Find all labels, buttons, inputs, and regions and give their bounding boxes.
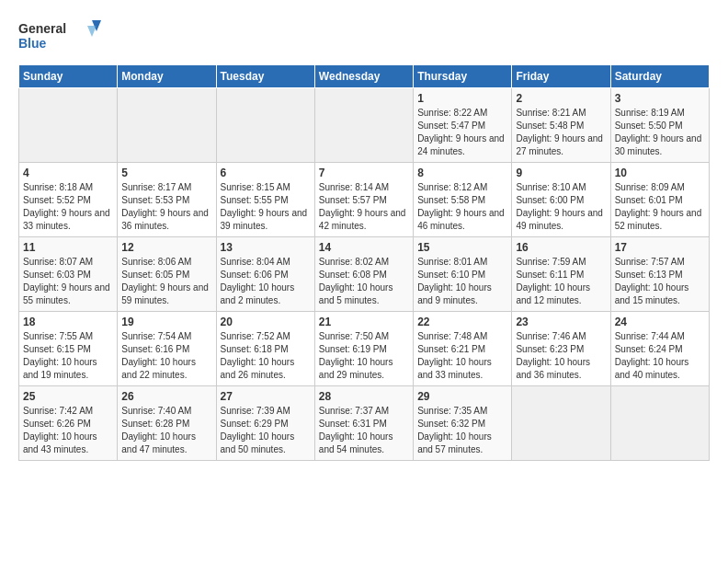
calendar-week-4: 18 Sunrise: 7:55 AMSunset: 6:15 PMDaylig… (19, 312, 710, 386)
cell-content: Sunrise: 8:09 AMSunset: 6:01 PMDaylight:… (615, 181, 705, 233)
cell-content: Sunrise: 7:54 AMSunset: 6:16 PMDaylight:… (121, 330, 211, 382)
cell-content: Sunrise: 7:52 AMSunset: 6:18 PMDaylight:… (221, 330, 311, 382)
calendar-cell: 13 Sunrise: 8:04 AMSunset: 6:06 PMDaylig… (216, 237, 314, 312)
cell-content: Sunrise: 7:40 AMSunset: 6:28 PMDaylight:… (121, 405, 211, 456)
svg-text:General: General (18, 21, 66, 36)
calendar-cell (216, 88, 314, 163)
day-number: 26 (121, 390, 211, 403)
day-number: 16 (516, 241, 606, 254)
day-number: 25 (23, 390, 113, 403)
cell-content: Sunrise: 8:01 AMSunset: 6:10 PMDaylight:… (417, 256, 507, 307)
cell-content: Sunrise: 8:19 AMSunset: 5:50 PMDaylight:… (615, 107, 705, 158)
cell-content: Sunrise: 8:21 AMSunset: 5:48 PMDaylight:… (516, 107, 606, 158)
calendar-cell: 4 Sunrise: 8:18 AMSunset: 5:52 PMDayligh… (19, 163, 118, 237)
day-number: 23 (516, 316, 606, 328)
calendar-cell (314, 88, 413, 163)
cell-content: Sunrise: 7:37 AMSunset: 6:31 PMDaylight:… (319, 405, 409, 456)
calendar-cell: 20 Sunrise: 7:52 AMSunset: 6:18 PMDaylig… (216, 312, 314, 386)
svg-marker-3 (87, 26, 97, 37)
calendar-cell: 14 Sunrise: 8:02 AMSunset: 6:08 PMDaylig… (314, 237, 413, 312)
day-number: 19 (121, 316, 211, 328)
calendar-cell: 3 Sunrise: 8:19 AMSunset: 5:50 PMDayligh… (610, 88, 709, 163)
calendar-cell: 10 Sunrise: 8:09 AMSunset: 6:01 PMDaylig… (610, 163, 709, 237)
calendar-cell (19, 88, 118, 163)
calendar-cell: 11 Sunrise: 8:07 AMSunset: 6:03 PMDaylig… (19, 237, 118, 312)
calendar-week-5: 25 Sunrise: 7:42 AMSunset: 6:26 PMDaylig… (19, 386, 710, 461)
cell-content: Sunrise: 7:44 AMSunset: 6:24 PMDaylight:… (615, 330, 705, 382)
calendar-week-1: 1 Sunrise: 8:22 AMSunset: 5:47 PMDayligh… (19, 88, 710, 163)
day-number: 15 (417, 241, 507, 254)
day-number: 2 (516, 92, 606, 105)
logo: General Blue (18, 18, 101, 55)
cell-content: Sunrise: 7:57 AMSunset: 6:13 PMDaylight:… (615, 256, 705, 307)
calendar-cell: 18 Sunrise: 7:55 AMSunset: 6:15 PMDaylig… (19, 312, 118, 386)
day-number: 17 (615, 241, 705, 254)
calendar-table: SundayMondayTuesdayWednesdayThursdayFrid… (18, 64, 710, 461)
calendar-cell: 17 Sunrise: 7:57 AMSunset: 6:13 PMDaylig… (610, 237, 709, 312)
header-day-monday: Monday (118, 65, 216, 88)
calendar-cell (610, 386, 709, 461)
calendar-cell: 9 Sunrise: 8:10 AMSunset: 6:00 PMDayligh… (512, 163, 610, 237)
day-number: 20 (221, 316, 311, 328)
calendar-cell: 12 Sunrise: 8:06 AMSunset: 6:05 PMDaylig… (118, 237, 216, 312)
day-number: 4 (23, 167, 113, 179)
calendar-cell: 1 Sunrise: 8:22 AMSunset: 5:47 PMDayligh… (414, 88, 512, 163)
logo-svg: General Blue (18, 18, 101, 55)
calendar-cell: 15 Sunrise: 8:01 AMSunset: 6:10 PMDaylig… (414, 237, 512, 312)
cell-content: Sunrise: 8:14 AMSunset: 5:57 PMDaylight:… (319, 181, 409, 233)
header-day-wednesday: Wednesday (314, 65, 413, 88)
calendar-cell: 23 Sunrise: 7:46 AMSunset: 6:23 PMDaylig… (512, 312, 610, 386)
calendar-cell: 5 Sunrise: 8:17 AMSunset: 5:53 PMDayligh… (118, 163, 216, 237)
calendar-cell: 25 Sunrise: 7:42 AMSunset: 6:26 PMDaylig… (19, 386, 118, 461)
calendar-cell (118, 88, 216, 163)
day-number: 12 (121, 241, 211, 254)
day-number: 6 (221, 167, 311, 179)
header-day-thursday: Thursday (414, 65, 512, 88)
cell-content: Sunrise: 8:10 AMSunset: 6:00 PMDaylight:… (516, 181, 606, 233)
calendar-cell: 19 Sunrise: 7:54 AMSunset: 6:16 PMDaylig… (118, 312, 216, 386)
day-number: 13 (221, 241, 311, 254)
day-number: 7 (319, 167, 409, 179)
cell-content: Sunrise: 7:42 AMSunset: 6:26 PMDaylight:… (23, 405, 113, 456)
day-number: 5 (121, 167, 211, 179)
cell-content: Sunrise: 8:12 AMSunset: 5:58 PMDaylight:… (417, 181, 507, 233)
cell-content: Sunrise: 7:35 AMSunset: 6:32 PMDaylight:… (417, 405, 507, 456)
calendar-cell: 16 Sunrise: 7:59 AMSunset: 6:11 PMDaylig… (512, 237, 610, 312)
day-number: 1 (417, 92, 507, 105)
header-day-sunday: Sunday (19, 65, 118, 88)
cell-content: Sunrise: 8:15 AMSunset: 5:55 PMDaylight:… (221, 181, 311, 233)
day-number: 28 (319, 390, 409, 403)
day-number: 3 (615, 92, 705, 105)
day-number: 22 (417, 316, 507, 328)
header-day-saturday: Saturday (610, 65, 709, 88)
day-number: 27 (221, 390, 311, 403)
cell-content: Sunrise: 8:17 AMSunset: 5:53 PMDaylight:… (121, 181, 211, 233)
calendar-cell: 28 Sunrise: 7:37 AMSunset: 6:31 PMDaylig… (314, 386, 413, 461)
calendar-cell: 27 Sunrise: 7:39 AMSunset: 6:29 PMDaylig… (216, 386, 314, 461)
svg-text:Blue: Blue (18, 36, 47, 51)
calendar-cell: 21 Sunrise: 7:50 AMSunset: 6:19 PMDaylig… (314, 312, 413, 386)
cell-content: Sunrise: 7:59 AMSunset: 6:11 PMDaylight:… (516, 256, 606, 307)
cell-content: Sunrise: 8:02 AMSunset: 6:08 PMDaylight:… (319, 256, 409, 307)
calendar-cell: 26 Sunrise: 7:40 AMSunset: 6:28 PMDaylig… (118, 386, 216, 461)
cell-content: Sunrise: 7:50 AMSunset: 6:19 PMDaylight:… (319, 330, 409, 382)
calendar-header-row: SundayMondayTuesdayWednesdayThursdayFrid… (19, 65, 710, 88)
day-number: 10 (615, 167, 705, 179)
day-number: 21 (319, 316, 409, 328)
cell-content: Sunrise: 8:18 AMSunset: 5:52 PMDaylight:… (23, 181, 113, 233)
day-number: 29 (417, 390, 507, 403)
cell-content: Sunrise: 8:04 AMSunset: 6:06 PMDaylight:… (221, 256, 311, 307)
cell-content: Sunrise: 8:07 AMSunset: 6:03 PMDaylight:… (23, 256, 113, 307)
cell-content: Sunrise: 7:55 AMSunset: 6:15 PMDaylight:… (23, 330, 113, 382)
day-number: 11 (23, 241, 113, 254)
calendar-cell: 2 Sunrise: 8:21 AMSunset: 5:48 PMDayligh… (512, 88, 610, 163)
day-number: 24 (615, 316, 705, 328)
header-day-tuesday: Tuesday (216, 65, 314, 88)
cell-content: Sunrise: 7:46 AMSunset: 6:23 PMDaylight:… (516, 330, 606, 382)
day-number: 8 (417, 167, 507, 179)
calendar-cell: 22 Sunrise: 7:48 AMSunset: 6:21 PMDaylig… (414, 312, 512, 386)
header-day-friday: Friday (512, 65, 610, 88)
cell-content: Sunrise: 7:39 AMSunset: 6:29 PMDaylight:… (221, 405, 311, 456)
calendar-cell: 29 Sunrise: 7:35 AMSunset: 6:32 PMDaylig… (414, 386, 512, 461)
calendar-cell: 6 Sunrise: 8:15 AMSunset: 5:55 PMDayligh… (216, 163, 314, 237)
